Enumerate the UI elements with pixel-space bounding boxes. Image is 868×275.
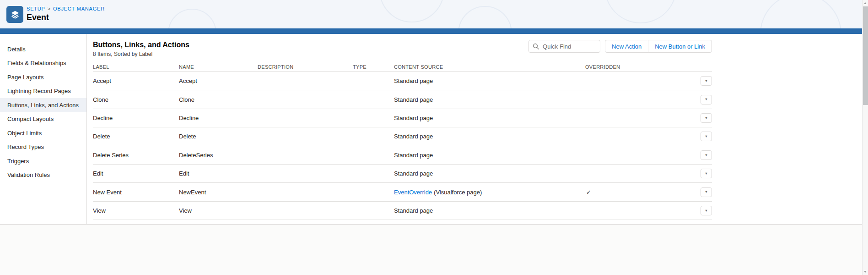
column-header-description: DESCRIPTION [258,64,353,70]
content-source-link[interactable]: EventOverride [394,189,432,196]
row-actions-cell: ▼ [701,169,712,178]
row-actions-cell: ▼ [701,150,712,160]
breadcrumb: SETUP > OBJECT MANAGER [27,6,105,11]
chevron-down-icon: ▼ [705,98,708,101]
chevron-down-icon: ▼ [705,209,708,213]
column-header-label: LABEL [93,64,179,70]
row-name-cell: Delete [179,133,258,140]
header-pattern-decoration [0,0,862,28]
new-action-button[interactable]: New Action [605,40,648,53]
row-content-source-cell: Standard page [394,77,585,84]
row-actions-menu-button[interactable]: ▼ [701,113,712,123]
content-source-text: Standard page [394,152,433,159]
object-manager-sidebar: Details Fields & Relationships Page Layo… [0,34,87,224]
sidebar-item-fields-relationships[interactable]: Fields & Relationships [0,56,86,71]
breadcrumb-setup-link[interactable]: SETUP [27,6,45,11]
sidebar-item-page-layouts[interactable]: Page Layouts [0,70,86,84]
content-source-text: Standard page [394,115,433,121]
breadcrumb-object-manager-link[interactable]: OBJECT MANAGER [53,6,105,11]
table-row: DeclineDeclineStandard page▼ [93,109,712,127]
object-manager-icon [6,6,23,23]
page-bottom-background [0,224,862,275]
search-icon [533,43,539,50]
row-name-cell: Edit [179,170,258,177]
checkmark-icon: ✓ [586,189,591,196]
sidebar-item-record-types[interactable]: Record Types [0,140,86,154]
row-actions-cell: ▼ [701,132,712,141]
content-source-text: Standard page [394,207,433,214]
layers-icon [10,10,20,20]
row-label-cell: Clone [93,96,179,103]
row-label-cell: New Event [93,189,179,196]
content-source-text: Standard page [394,96,433,103]
row-actions-cell: ▼ [701,95,712,104]
row-label-cell: Delete Series [93,152,179,159]
setup-header: SETUP > OBJECT MANAGER Event [0,0,862,28]
row-actions-menu-button[interactable]: ▼ [701,95,712,104]
row-label-cell: Decline [93,115,179,121]
row-actions-cell: ▼ [701,76,712,86]
row-name-cell: Clone [179,96,258,103]
row-actions-menu-button[interactable]: ▼ [701,76,712,86]
page-title: Event [27,13,105,22]
sidebar-item-triggers[interactable]: Triggers [0,154,86,168]
table-body: AcceptAcceptStandard page▼CloneCloneStan… [93,72,712,220]
table-header-row: LABEL NAME DESCRIPTION TYPE CONTENT SOUR… [93,62,712,72]
row-content-source-cell: Standard page [394,115,585,121]
row-name-cell: NewEvent [179,189,258,196]
sidebar-item-details[interactable]: Details [0,42,86,56]
table-row: EditEditStandard page▼ [93,165,712,183]
header-text-block: SETUP > OBJECT MANAGER Event [27,6,105,22]
row-actions-menu-button[interactable]: ▼ [701,169,712,178]
table-row: DeleteDeleteStandard page▼ [93,127,712,146]
row-content-source-cell: Standard page [394,207,585,214]
content-source-text: Standard page [394,170,433,177]
row-label-cell: Edit [93,170,179,177]
row-actions-menu-button[interactable]: ▼ [701,150,712,160]
scrollbar-thumb[interactable] [863,6,868,105]
scrollbar-down-button[interactable] [863,269,868,275]
table-row: AcceptAcceptStandard page▼ [93,72,712,90]
list-controls: New Action New Button or Link [528,40,712,53]
row-content-source-cell: Standard page [394,96,585,103]
row-actions-cell: ▼ [701,206,712,215]
row-content-source-cell: Standard page [394,152,585,159]
chevron-down-icon: ▼ [705,79,708,83]
row-content-source-cell: Standard page [394,133,585,140]
up-arrow-icon [864,2,867,4]
row-actions-menu-button[interactable]: ▼ [701,206,712,215]
row-label-cell: View [93,207,179,214]
down-arrow-icon [864,271,867,273]
row-actions-menu-button[interactable]: ▼ [701,132,712,141]
row-name-cell: Accept [179,77,258,84]
new-buttons-group: New Action New Button or Link [605,40,712,53]
sidebar-item-validation-rules[interactable]: Validation Rules [0,168,86,182]
sidebar-item-object-limits[interactable]: Object Limits [0,126,86,140]
vertical-scrollbar[interactable] [862,0,868,275]
main-panel: Buttons, Links, and Actions 8 Items, Sor… [87,34,862,224]
chevron-down-icon: ▼ [705,135,708,138]
new-button-or-link-button[interactable]: New Button or Link [648,40,712,53]
content-area: Details Fields & Relationships Page Layo… [0,34,862,224]
scrollbar-up-button[interactable] [863,0,868,6]
column-header-content-source: CONTENT SOURCE [394,64,585,70]
column-header-overridden: OVERRIDDEN [585,64,701,70]
table-row: ViewViewStandard page▼ [93,202,712,220]
row-content-source-cell: EventOverride(Visualforce page) [394,189,585,196]
breadcrumb-separator: > [48,6,51,11]
row-name-cell: Decline [179,115,258,121]
chevron-down-icon: ▼ [705,116,708,120]
row-actions-menu-button[interactable]: ▼ [701,187,712,197]
quick-find-input[interactable] [528,40,600,53]
sidebar-item-lightning-record-pages[interactable]: Lightning Record Pages [0,84,86,99]
content-source-text: Standard page [394,133,433,140]
sidebar-item-compact-layouts[interactable]: Compact Layouts [0,112,86,126]
sidebar-item-buttons-links-actions[interactable]: Buttons, Links, and Actions [0,98,86,112]
content-source-suffix: (Visualforce page) [434,189,482,196]
row-content-source-cell: Standard page [394,170,585,177]
brand-band [0,28,862,34]
table-row: New EventNewEventEventOverride(Visualfor… [93,183,712,201]
column-header-name: NAME [179,64,258,70]
row-label-cell: Delete [93,133,179,140]
buttons-links-actions-table: LABEL NAME DESCRIPTION TYPE CONTENT SOUR… [93,62,712,220]
